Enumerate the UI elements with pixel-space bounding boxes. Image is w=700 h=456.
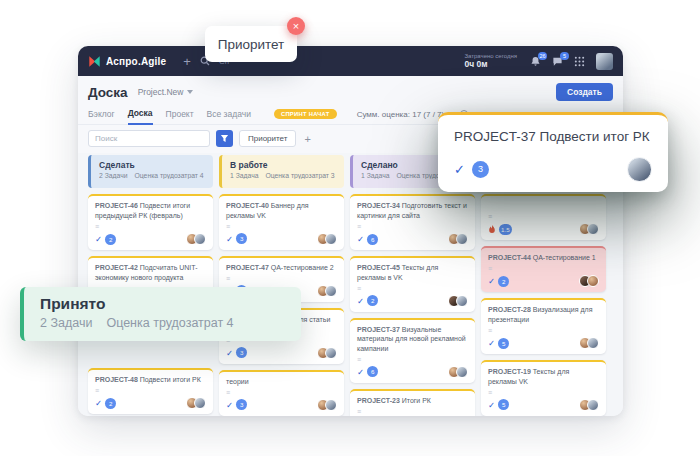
- task-card[interactable]: PROJECT-37 Визуальные материалы для ново…: [350, 318, 475, 383]
- avatars: [583, 275, 599, 287]
- task-meta: ✓2: [357, 295, 468, 307]
- chevron-down-icon: [187, 90, 193, 94]
- tab[interactable]: Доска: [128, 104, 153, 125]
- priority-callout-label: Приоритет: [218, 37, 285, 52]
- avatars: [452, 233, 468, 245]
- avatars: [321, 285, 337, 297]
- avatars: [583, 223, 599, 235]
- task-title: PROJECT-46 Подвести итоги предыдущей РК …: [95, 201, 206, 221]
- close-icon[interactable]: ×: [287, 17, 305, 35]
- apps-grid-icon[interactable]: [574, 56, 585, 67]
- task-title: PROJECT-37 Визуальные материалы для ново…: [357, 325, 468, 354]
- task-title: PROJECT-45 Тексты для рекламы в VK: [357, 263, 468, 283]
- priority-filter-chip[interactable]: Приоритет: [239, 130, 296, 147]
- estimate-badge: 6: [367, 366, 378, 377]
- description-icon: ≡: [357, 408, 468, 415]
- tab[interactable]: Бэклог: [88, 105, 115, 124]
- filter-button[interactable]: [216, 130, 233, 147]
- sprint-summary: Сумм. оценка: 17 (7 / 7): [357, 110, 445, 119]
- avatars: [321, 399, 337, 411]
- task-meta: 1.5: [488, 223, 599, 235]
- checkmark-icon: ✓: [488, 338, 495, 348]
- checkmark-icon: ✓: [95, 234, 102, 244]
- task-card[interactable]: ≡1.5: [481, 194, 606, 240]
- description-icon: ≡: [488, 265, 599, 272]
- board-column: Сделать2 ЗадачиОценка трудозатрат 4PROJE…: [88, 155, 213, 414]
- task-id: PROJECT-45: [357, 264, 400, 271]
- task-preview-callout[interactable]: PROJECT-37 Подвести итог РК ✓ 3: [438, 112, 668, 192]
- notifications-button[interactable]: 26: [530, 56, 541, 67]
- task-card[interactable]: PROJECT-45 Тексты для рекламы в VK≡✓2: [350, 256, 475, 312]
- task-meta: ✓3: [226, 233, 337, 245]
- task-title: PROJECT-28 Визуализация для презентации: [488, 305, 599, 325]
- task-card[interactable]: PROJECT-40 Баннер для рекламы VK≡✓3: [219, 194, 344, 250]
- avatar: [194, 397, 206, 409]
- estimate-badge: 2: [367, 295, 378, 306]
- add-icon[interactable]: +: [183, 54, 191, 69]
- estimate-badge: 3: [236, 347, 247, 358]
- task-meta: ✓6: [357, 233, 468, 245]
- avatar: [587, 399, 599, 411]
- avatar: [456, 233, 468, 245]
- task-title: теории: [226, 377, 337, 387]
- task-id: PROJECT-46: [95, 202, 138, 209]
- checkmark-icon: ✓: [226, 234, 233, 244]
- add-filter-button[interactable]: +: [304, 133, 310, 145]
- checkmark-icon: ✓: [488, 276, 495, 286]
- task-id: PROJECT-34: [357, 202, 400, 209]
- brand-logo-icon: [88, 55, 101, 68]
- accepted-column-callout: Принято 2 Задачи Оценка трудозатрат 4: [20, 287, 301, 341]
- task-card[interactable]: теории≡✓3: [219, 370, 344, 416]
- tab[interactable]: Проект: [166, 105, 194, 124]
- avatars: [321, 347, 337, 359]
- task-card[interactable]: PROJECT-28 Визуализация для презентации≡…: [481, 298, 606, 354]
- task-meta: ✓6: [357, 366, 468, 378]
- search-input[interactable]: [88, 130, 210, 147]
- avatars: [583, 399, 599, 411]
- top-navbar: Аспро.Agile + Сп Затрачено сегодня 0ч 0м…: [78, 46, 623, 76]
- task-card[interactable]: PROJECT-19 Тексты для рекламы VK≡✓5: [481, 360, 606, 416]
- accepted-count: 2 Задачи: [40, 316, 92, 330]
- user-avatar[interactable]: [596, 53, 613, 70]
- column-subtitle: 2 ЗадачиОценка трудозатрат 4: [99, 172, 205, 179]
- app-window: Аспро.Agile + Сп Затрачено сегодня 0ч 0м…: [78, 46, 623, 416]
- task-meta: ✓5: [488, 399, 599, 411]
- task-id: PROJECT-44: [488, 254, 531, 261]
- tab[interactable]: Все задачи: [207, 105, 251, 124]
- task-id: PROJECT-48: [95, 376, 138, 383]
- board-column: ≡1.5PROJECT-44 QA-тестирование 1≡✓2PROJE…: [481, 155, 606, 416]
- sprint-status-badge: СПРИНТ НАЧАТ: [274, 109, 337, 119]
- checkmark-icon: ✓: [226, 348, 233, 358]
- avatar: [194, 233, 206, 245]
- board-column: Сделано1 ЗадачаОценка трудозатратPROJECT…: [350, 155, 475, 416]
- task-card[interactable]: PROJECT-23 Итоги РК≡✓6: [350, 389, 475, 416]
- create-button[interactable]: Создать: [556, 83, 613, 101]
- task-id: PROJECT-37: [357, 326, 400, 333]
- task-card[interactable]: PROJECT-34 Подготовить текст и картинки …: [350, 194, 475, 250]
- task-meta: ✓2: [95, 397, 206, 409]
- task-title: PROJECT-40 Баннер для рекламы VK: [226, 201, 337, 221]
- task-id: PROJECT-47: [226, 264, 269, 271]
- project-select-value: Project.New: [138, 87, 184, 97]
- description-icon: ≡: [488, 213, 599, 220]
- task-card[interactable]: PROJECT-48 Подвести итоги РК≡✓2: [88, 368, 213, 414]
- time-value: 0ч 0м: [464, 60, 517, 69]
- task-meta: ✓3: [226, 399, 337, 411]
- task-preview-title: PROJECT-37 Подвести итог РК: [454, 129, 652, 144]
- messages-button[interactable]: 5: [552, 56, 563, 67]
- description-icon: ≡: [357, 285, 468, 292]
- task-id: PROJECT-19: [488, 368, 531, 375]
- task-card[interactable]: PROJECT-46 Подвести итоги предыдущей РК …: [88, 194, 213, 250]
- board-column: В работе1 ЗадачаОценка трудозатрат 3PROJ…: [219, 155, 344, 416]
- task-title: PROJECT-47 QA-тестирование 2: [226, 263, 337, 273]
- task-title: PROJECT-19 Тексты для рекламы VK: [488, 367, 599, 387]
- task-card[interactable]: PROJECT-44 QA-тестирование 1≡✓2: [481, 246, 606, 292]
- project-select[interactable]: Project.New: [138, 87, 194, 97]
- avatar: [456, 366, 468, 378]
- time-tracker[interactable]: Затрачено сегодня 0ч 0м: [464, 53, 517, 69]
- brand[interactable]: Аспро.Agile: [88, 55, 166, 68]
- estimate-badge: 5: [498, 338, 509, 349]
- column-task-count: 2 Задачи: [99, 172, 128, 179]
- task-id: PROJECT-40: [226, 202, 269, 209]
- checkmark-icon: ✓: [488, 400, 495, 410]
